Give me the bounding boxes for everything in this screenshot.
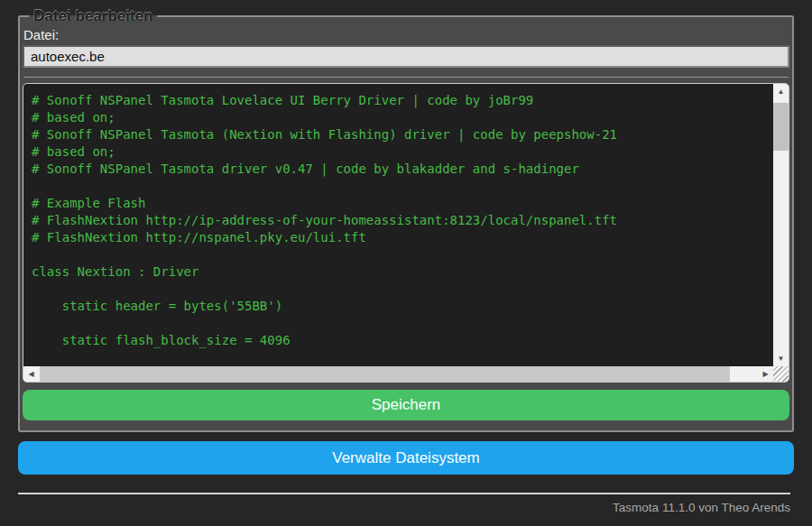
file-edit-fieldset: Datei bearbeiten Datei: # Sonoff NSPanel…: [18, 7, 794, 432]
footer-divider: [18, 493, 790, 494]
vertical-scrollbar-thumb[interactable]: [773, 103, 789, 151]
page: Datei bearbeiten Datei: # Sonoff NSPanel…: [0, 0, 812, 526]
code-content: # Sonoff NSPanel Tasmota Lovelace UI Ber…: [23, 84, 789, 349]
manage-filesystem-button[interactable]: Verwalte Dateisystem: [18, 441, 794, 475]
scroll-up-icon[interactable]: ▲: [773, 84, 789, 99]
divider: [23, 77, 789, 78]
horizontal-scrollbar[interactable]: ◀ ▶: [23, 366, 773, 382]
file-name-label: Datei:: [23, 27, 789, 42]
scroll-left-icon[interactable]: ◀: [23, 366, 39, 382]
code-editor[interactable]: # Sonoff NSPanel Tasmota Lovelace UI Ber…: [23, 83, 789, 383]
footer-version: Tasmota 11.1.0 von Theo Arends: [613, 501, 790, 514]
fieldset-legend: Datei bearbeiten: [29, 7, 157, 25]
vertical-scrollbar[interactable]: ▲ ▼: [773, 84, 789, 366]
resize-grip-icon[interactable]: [773, 366, 789, 382]
scroll-down-icon[interactable]: ▼: [773, 351, 789, 366]
save-button[interactable]: Speichern: [23, 390, 789, 420]
horizontal-scrollbar-thumb[interactable]: [40, 366, 730, 382]
scroll-right-icon[interactable]: ▶: [758, 366, 773, 382]
file-name-input[interactable]: [23, 45, 789, 68]
